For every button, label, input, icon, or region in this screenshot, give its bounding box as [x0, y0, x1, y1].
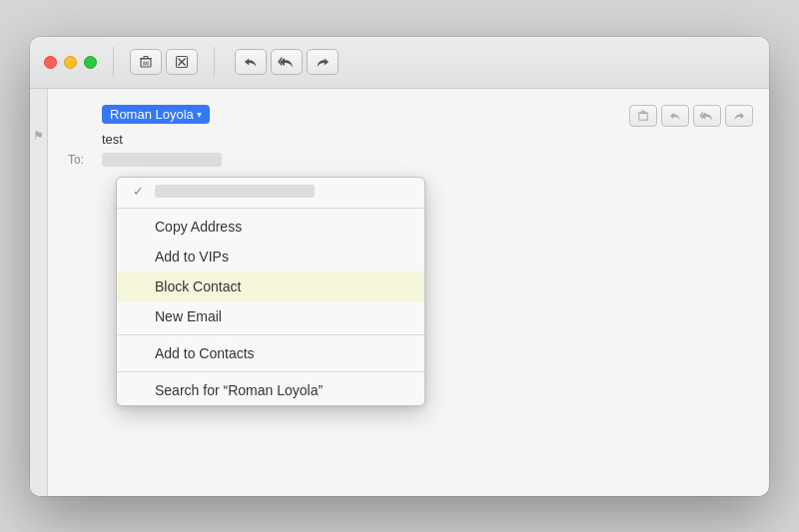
svg-rect-2	[144, 57, 148, 59]
menu-item-add-to-vips[interactable]: Add to VIPs	[117, 242, 424, 271]
svg-rect-11	[641, 111, 644, 113]
reply-icon	[244, 55, 258, 69]
right-toolbar	[629, 105, 753, 127]
from-chip[interactable]: Roman Loyola ▾	[102, 105, 210, 124]
forward-icon	[316, 55, 330, 69]
rt-reply-icon	[669, 110, 681, 122]
delete-button[interactable]	[130, 49, 162, 75]
rt-reply-button[interactable]	[661, 105, 689, 127]
menu-item-block-contact[interactable]: Block Contact	[117, 271, 424, 301]
divider	[113, 47, 114, 77]
rt-reply-all-button[interactable]	[693, 105, 721, 127]
junk-icon	[175, 55, 189, 69]
menu-email-text	[155, 185, 315, 198]
to-value	[102, 153, 222, 167]
toolbar-group-actions	[130, 49, 198, 75]
reply-all-button[interactable]	[271, 49, 303, 75]
menu-divider-0	[117, 208, 424, 209]
close-button[interactable]	[44, 56, 57, 69]
to-row: To:	[68, 153, 749, 167]
rt-forward-icon	[733, 110, 745, 122]
rt-delete-button[interactable]	[629, 105, 657, 127]
flag-icon: ⚑	[33, 129, 44, 143]
svg-rect-9	[639, 113, 648, 120]
mail-content: Roman Loyola ▾ test To:	[48, 89, 769, 496]
menu-item-email[interactable]	[117, 178, 424, 205]
menu-item-copy-address-label: Copy Address	[155, 219, 242, 235]
menu-item-new-email[interactable]: New Email	[117, 301, 424, 331]
from-name: Roman Loyola	[110, 107, 194, 122]
reply-button[interactable]	[235, 49, 267, 75]
subject-text: test	[102, 132, 123, 147]
menu-divider-1	[117, 334, 424, 335]
minimize-button[interactable]	[64, 56, 77, 69]
subject-row: test	[68, 132, 749, 147]
forward-button[interactable]	[307, 49, 339, 75]
sidebar-strip: ⚑	[30, 89, 48, 496]
toolbar-group-nav	[235, 49, 339, 75]
dropdown-arrow-icon: ▾	[197, 109, 202, 120]
menu-divider-2	[117, 371, 424, 372]
junk-button[interactable]	[166, 49, 198, 75]
mail-window: ⚑ Roman Loyola ▾ test To:	[30, 37, 769, 496]
rt-trash-icon	[637, 110, 649, 122]
menu-item-add-to-contacts-label: Add to Contacts	[155, 345, 255, 361]
to-label: To:	[68, 153, 96, 167]
mail-area: ⚑ Roman Loyola ▾ test To:	[30, 89, 769, 496]
menu-item-add-to-vips-label: Add to VIPs	[155, 249, 229, 265]
maximize-button[interactable]	[84, 56, 97, 69]
menu-item-search-for-label: Search for “Roman Loyola”	[155, 382, 323, 398]
rt-reply-all-icon	[699, 110, 715, 122]
menu-item-search-for[interactable]: Search for “Roman Loyola”	[117, 375, 424, 405]
menu-item-new-email-label: New Email	[155, 308, 222, 324]
menu-item-block-contact-label: Block Contact	[155, 278, 241, 294]
trash-icon	[139, 55, 153, 69]
divider2	[214, 47, 215, 77]
rt-forward-button[interactable]	[725, 105, 753, 127]
titlebar	[30, 37, 769, 89]
traffic-lights	[44, 56, 97, 69]
context-menu: Copy Address Add to VIPs Block Contact N…	[116, 177, 425, 406]
reply-all-icon	[278, 55, 296, 69]
menu-item-copy-address[interactable]: Copy Address	[117, 212, 424, 242]
menu-item-add-to-contacts[interactable]: Add to Contacts	[117, 338, 424, 368]
